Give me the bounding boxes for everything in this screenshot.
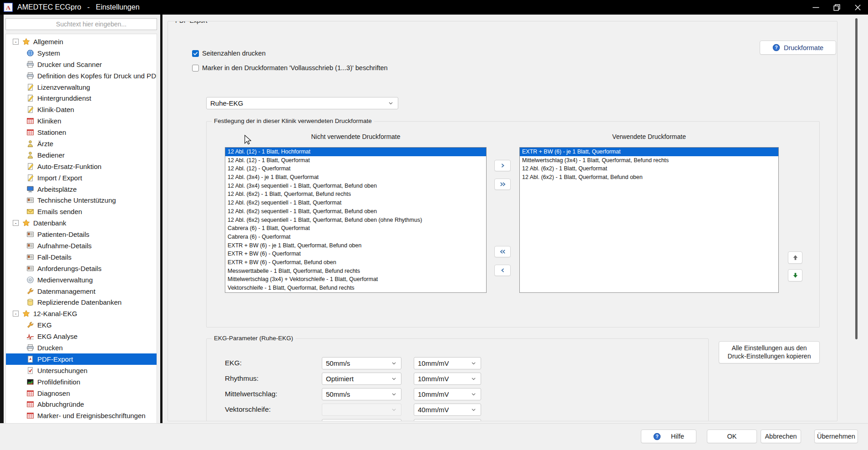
cd-icon — [26, 276, 34, 284]
tree-item-untersuchungen[interactable]: Untersuchungen — [6, 365, 157, 376]
mail-icon — [26, 208, 34, 215]
move-left-button[interactable] — [494, 265, 511, 276]
unused-format-row[interactable]: 12 Abl. (6x2) sequentiell - 1 Blatt, Que… — [225, 216, 486, 225]
tree-item-kliniken[interactable]: Kliniken — [6, 115, 157, 127]
ekg-type-combobox[interactable]: Ruhe-EKG — [206, 97, 398, 109]
param-speed-combobox-vektorschleife[interactable] — [322, 404, 401, 416]
used-format-row[interactable]: 12 Abl. (6x2) - 1 Blatt, Querformat, Bef… — [520, 173, 778, 182]
tree-item-aufnahme-details[interactable]: Aufnahme-Details — [6, 240, 157, 251]
used-format-row[interactable]: Mittelwertschlag (3x4) - 1 Blatt, Querfo… — [520, 156, 778, 165]
param-gain-combobox-ekg[interactable]: 10mm/mV — [414, 357, 481, 369]
move-up-button[interactable] — [788, 251, 802, 264]
tree-item-marker-und-ereignisbeschriftungen[interactable]: Marker- und Ereignisbeschriftungen — [6, 410, 157, 421]
unused-format-row[interactable]: 12 Abl. (6x2) sequentiell - 1 Blatt, Que… — [225, 199, 486, 207]
move-all-left-button[interactable] — [494, 246, 511, 257]
tree-item-bediener[interactable]: Bediener — [6, 149, 157, 161]
tree-item-technische-unterstützung[interactable]: Technische Unterstützung — [6, 194, 157, 206]
tree-item-arbeitsplätze[interactable]: Arbeitsplätze — [6, 184, 157, 195]
move-all-right-button[interactable] — [494, 179, 511, 190]
tree-item-12-kanal-ekg[interactable]: -12-Kanal-EKG — [6, 308, 157, 319]
tree-item-diagnosen[interactable]: Diagnosen — [6, 388, 157, 399]
unused-format-row[interactable]: EXTR + BW (6) - Querformat — [225, 250, 486, 258]
param-gain-combobox-mittelwertschlag[interactable]: 10mm/mV — [414, 388, 481, 400]
param-gain-combobox-clipped[interactable] — [414, 419, 481, 421]
tree-item-ärzte[interactable]: Ärzte — [6, 138, 157, 149]
hilfe-button[interactable]: ? Hilfe — [641, 430, 696, 443]
unused-formats-listbox[interactable]: 12 Abl. (12) - 1 Blatt, Hochformat12 Abl… — [225, 147, 487, 293]
tree-item-label: Kliniken — [37, 117, 61, 125]
tree-item-ekg-analyse[interactable]: EKG Analyse — [6, 331, 157, 342]
minimize-button[interactable] — [805, 0, 826, 15]
unused-format-row[interactable]: Messwerttabelle - 1 Blatt, Querformat, B… — [225, 267, 486, 276]
unused-format-row[interactable]: 12 Abl. (6x2) - 1 Blatt, Querformat, Bef… — [225, 190, 486, 199]
tree-item-datenmanagement[interactable]: Datenmanagement — [6, 286, 157, 297]
unused-format-row[interactable]: 12 Abl. (12) - 1 Blatt, Hochformat — [225, 148, 486, 156]
collapse-toggle-icon[interactable]: - — [13, 311, 19, 317]
tree-item-datenbank[interactable]: -Datenbank — [6, 217, 157, 229]
unused-format-row[interactable]: EXTR + BW (6) - Querformat, Befund oben — [225, 258, 486, 267]
unused-format-row[interactable]: Vektorschleife - 1 Blatt, Querformat, Be… — [225, 284, 486, 292]
tree-item-anforderungs-details[interactable]: Anforderungs-Details — [6, 263, 157, 274]
unused-format-row[interactable]: Cabrera (6) - 1 Blatt, Querformat — [225, 224, 486, 233]
param-gain-combobox-vektorschleife[interactable]: 40mm/mV — [414, 404, 481, 416]
tree-item-drucken[interactable]: Drucken — [6, 342, 157, 353]
move-down-button[interactable] — [788, 269, 802, 281]
param-speed-combobox-ekg[interactable]: 50mm/s — [322, 357, 401, 369]
tree-item-fall-details[interactable]: Fall-Details — [6, 251, 157, 263]
tree-item-replizierende-datenbanken[interactable]: Replizierende Datenbanken — [6, 297, 157, 308]
restore-button[interactable] — [826, 0, 847, 15]
param-speed-combobox-mittelwertschlag-value: 50mm/s — [326, 390, 350, 398]
move-right-button[interactable] — [494, 160, 511, 171]
copy-print-settings-button[interactable]: Alle Einstellungen aus den Druck-Einstel… — [719, 341, 820, 363]
collapse-toggle-icon[interactable]: - — [13, 220, 19, 226]
param-speed-combobox-mittelwertschlag[interactable]: 50mm/s — [322, 388, 401, 400]
ok-button[interactable]: OK — [707, 430, 757, 443]
tree-item-system[interactable]: System — [6, 47, 157, 59]
tree-item-ekg[interactable]: EKG — [6, 319, 157, 331]
table-icon — [26, 389, 34, 397]
uebernehmen-button[interactable]: Übernehmen — [814, 430, 858, 443]
tree-item-abbruchgründe[interactable]: Abbruchgründe — [6, 399, 157, 410]
tree-item-stationen[interactable]: Stationen — [6, 127, 157, 138]
tree-item-klinik-daten[interactable]: Klinik-Daten — [6, 104, 157, 115]
chevron-down-icon — [387, 100, 394, 107]
unused-format-row[interactable]: 12 Abl. (12) - 1 Blatt, Querformat — [225, 156, 486, 165]
search-input[interactable] — [5, 18, 157, 30]
tree-item-lizenzverwaltung[interactable]: Lizenzverwaltung — [6, 82, 157, 93]
tree-item-medienverwaltung[interactable]: Medienverwaltung — [6, 274, 157, 286]
tree-item-drucker-und-scanner[interactable]: Drucker und Scanner — [6, 59, 157, 70]
marker-checkbox[interactable] — [192, 65, 199, 72]
unused-format-row[interactable]: 12 Abl. (6x2) sequentiell - 1 Blatt, Que… — [225, 207, 486, 216]
tree-item-profildefinition[interactable]: Profildefinition — [6, 376, 157, 388]
used-format-row[interactable]: EXTR + BW (6) - je 1 Blatt, Querformat — [520, 148, 778, 156]
used-format-row[interactable]: 12 Abl. (6x2) - 1 Blatt, Querformat — [520, 164, 778, 173]
tree-item-pdf-export[interactable]: PDF-Export — [6, 353, 157, 365]
vertical-scrollbar-thumb[interactable] — [855, 18, 858, 339]
param-speed-combobox-clipped[interactable] — [322, 419, 401, 421]
seitenzahlen-checkbox[interactable] — [192, 50, 199, 57]
sidebar-splitter[interactable] — [160, 15, 162, 450]
tree-item-label: Ärzte — [37, 140, 53, 148]
wave-icon — [26, 332, 34, 340]
druckformate-button[interactable]: ? Druckformate — [760, 41, 836, 55]
tree-item-auto-ersatz-funktion[interactable]: Auto-Ersatz-Funktion — [6, 161, 157, 172]
tree-item-emails-senden[interactable]: Emails senden — [6, 206, 157, 217]
tree-item-allgemein[interactable]: -Allgemein — [6, 36, 157, 47]
chevron-down-icon — [470, 360, 477, 367]
unused-format-row[interactable]: Cabrera (6) - Querformat — [225, 233, 486, 241]
close-button[interactable] — [847, 0, 868, 15]
unused-format-row[interactable]: 12 Abl. (3x4) - je 1 Blatt, Querformat — [225, 173, 486, 182]
tree-item-definition-des-kopfes-für-druck-und-pdf[interactable]: Definition des Kopfes für Druck und PDF — [6, 70, 157, 82]
param-speed-combobox-rhythmus[interactable]: Optimiert — [322, 373, 401, 385]
unused-format-row[interactable]: Mittelwertschlag (3x4) + Vektorschleife … — [225, 275, 486, 284]
unused-format-row[interactable]: EXTR + BW (6) - je 1 Blatt, Querformat, … — [225, 241, 486, 250]
unused-format-row[interactable]: 12 Abl. (3x4) sequentiell - 1 Blatt, Que… — [225, 182, 486, 190]
tree-item-hintergrunddienst[interactable]: Hintergrunddienst — [6, 92, 157, 104]
param-gain-combobox-rhythmus[interactable]: 10mm/mV — [414, 373, 481, 385]
unused-format-row[interactable]: 12 Abl. (12) - Querformat — [225, 164, 486, 173]
used-formats-listbox[interactable]: EXTR + BW (6) - je 1 Blatt, QuerformatMi… — [519, 147, 779, 293]
tree-item-import-export[interactable]: Import / Export — [6, 172, 157, 184]
collapse-toggle-icon[interactable]: - — [13, 39, 19, 45]
abbrechen-button[interactable]: Abbrechen — [761, 430, 801, 443]
tree-item-patienten-details[interactable]: Patienten-Details — [6, 229, 157, 240]
